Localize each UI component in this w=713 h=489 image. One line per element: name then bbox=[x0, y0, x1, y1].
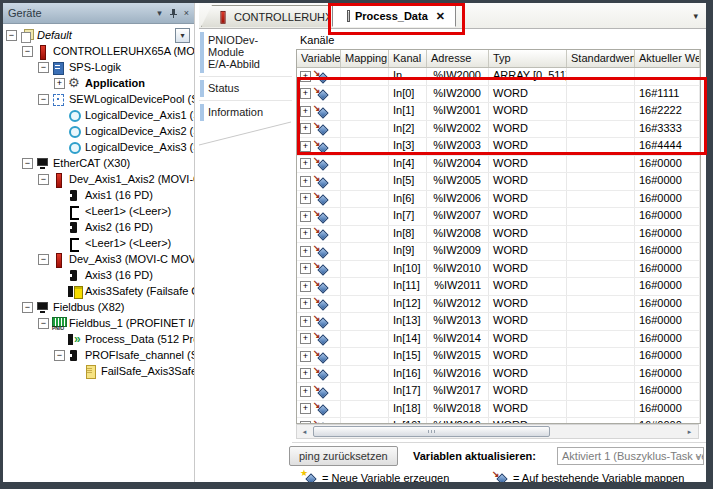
table-row[interactable]: + ↘ In[9] %IW2009 WORD 16#0000 bbox=[297, 243, 700, 261]
column-header[interactable]: Standardwert bbox=[567, 50, 635, 67]
tree-expander[interactable]: − bbox=[38, 62, 49, 73]
table-row[interactable]: + ↘ In[12] %IW2012 WORD 16#0000 bbox=[297, 296, 700, 314]
scrollbar-thumb[interactable] bbox=[313, 426, 550, 437]
tree-item[interactable]: Axis1 (16 PD) bbox=[3, 187, 194, 203]
tree-expander[interactable]: − bbox=[38, 94, 49, 105]
subtab-status[interactable]: Status bbox=[199, 76, 292, 100]
tree-expander[interactable]: − bbox=[22, 158, 33, 169]
row-expander[interactable]: + bbox=[300, 263, 311, 274]
column-header[interactable]: Mapping bbox=[341, 50, 389, 67]
tab-list-dropdown-icon[interactable]: ▾ bbox=[693, 11, 698, 21]
table-row[interactable]: + ↘ In[7] %IW2007 WORD 16#0000 bbox=[297, 208, 700, 226]
column-header[interactable]: Variable bbox=[297, 50, 341, 67]
table-row[interactable]: + ↘ In %IW2000 ARRAY [0..511] O bbox=[297, 68, 700, 86]
table-row[interactable]: + ↘ In[5] %IW2005 WORD 16#0000 bbox=[297, 173, 700, 191]
tree-item[interactable]: − CONTROLLERUHX65A (MOVI-C CONT bbox=[3, 43, 194, 59]
table-row[interactable]: + ↘ In[3] %IW2003 WORD 16#4444 bbox=[297, 138, 700, 156]
variable-cell: + ↘ bbox=[297, 383, 341, 400]
tab-process-data[interactable]: Process_Data ✕ bbox=[332, 5, 456, 27]
tree-expander[interactable]: − bbox=[22, 302, 33, 313]
table-row[interactable]: + ↘ In[14] %IW2014 WORD 16#0000 bbox=[297, 331, 700, 349]
tree-item[interactable]: Axis2 (16 PD) bbox=[3, 219, 194, 235]
tree-item[interactable]: Axis3Safety (Failsafe C bbox=[3, 283, 194, 299]
table-row[interactable]: + ↘ In[8] %IW2008 WORD 16#0000 bbox=[297, 226, 700, 244]
column-header[interactable]: Adresse bbox=[427, 50, 489, 67]
tree-expander[interactable]: − bbox=[54, 350, 65, 361]
column-header[interactable]: Typ bbox=[489, 50, 567, 67]
table-row[interactable]: + ↘ In[2] %IW2002 WORD 16#3333 bbox=[297, 121, 700, 139]
row-expander[interactable]: + bbox=[300, 123, 311, 134]
tree-item[interactable]: − SPS-Logik bbox=[3, 59, 194, 75]
scroll-left-icon[interactable]: ◄ bbox=[297, 429, 312, 435]
tree-item[interactable]: − EtherCAT (X30) bbox=[3, 155, 194, 171]
horizontal-scrollbar[interactable]: ◄ ► bbox=[296, 424, 699, 439]
tree-item[interactable]: − Dev_Axis1_Axis2 (MOVI-C M bbox=[3, 171, 194, 187]
pin-icon[interactable] bbox=[169, 9, 177, 18]
tree-item[interactable]: − Default ▾ bbox=[3, 27, 194, 43]
row-expander[interactable]: + bbox=[300, 141, 311, 152]
close-icon[interactable]: × bbox=[184, 8, 189, 18]
row-expander[interactable]: + bbox=[300, 386, 311, 397]
row-expander[interactable]: + bbox=[300, 88, 311, 99]
row-expander[interactable]: + bbox=[300, 333, 311, 344]
row-expander[interactable]: + bbox=[300, 403, 311, 414]
row-expander[interactable]: + bbox=[300, 158, 311, 169]
row-expander[interactable]: + bbox=[300, 228, 311, 239]
table-row[interactable]: + ↘ In[0] %IW2000 WORD 16#1111 bbox=[297, 86, 700, 104]
tree-item[interactable]: + Application bbox=[3, 75, 194, 91]
tree-item[interactable]: − Fieldbus (X82) bbox=[3, 299, 194, 315]
column-header[interactable]: Kanal bbox=[389, 50, 427, 67]
scroll-right-icon[interactable]: ► bbox=[682, 429, 697, 435]
tree-item[interactable]: FailSafe_Axis3Safety bbox=[3, 363, 194, 379]
table-row[interactable]: + ↘ In[6] %IW2006 WORD 16#0000 bbox=[297, 191, 700, 209]
tree-expander[interactable]: − bbox=[22, 46, 33, 57]
row-expander[interactable]: + bbox=[300, 298, 311, 309]
row-expander[interactable]: + bbox=[300, 211, 311, 222]
table-row[interactable]: + ↘ In[16] %IW2016 WORD 16#0000 bbox=[297, 366, 700, 384]
table-row[interactable]: + ↘ In[18] %IW2018 WORD 16#0000 bbox=[297, 401, 700, 419]
tree-item[interactable]: <Leer1> (<Leer>) bbox=[3, 235, 194, 251]
row-expander[interactable]: + bbox=[300, 316, 311, 327]
tree-item[interactable]: LogicalDevice_Axis2 (SEWLo bbox=[3, 123, 194, 139]
column-header[interactable]: Aktueller Wert bbox=[635, 50, 700, 67]
tree-item[interactable]: − PROFIsafe_channel (SEW bbox=[3, 347, 194, 363]
table-row[interactable]: + ↘ In[17] %IW2017 WORD 16#0000 bbox=[297, 383, 700, 401]
tab-controlleruhx65a[interactable]: CONTROLLERUHX65A bbox=[201, 5, 329, 27]
table-row[interactable]: + ↘ In[11] %IW2011 WORD 16#0000 bbox=[297, 278, 700, 296]
table-row[interactable]: + ↘ In[15] %IW2015 WORD 16#0000 bbox=[297, 348, 700, 366]
table-row[interactable]: + ↘ In[1] %IW2001 WORD 16#2222 bbox=[297, 103, 700, 121]
profile-dropdown[interactable]: ▾ bbox=[175, 28, 190, 43]
tree-item[interactable]: − Fieldbus_1 (PROFINET I/O-G bbox=[3, 315, 194, 331]
tree-item[interactable]: LogicalDevice_Axis1 (SEWLo bbox=[3, 107, 194, 123]
row-expander[interactable]: + bbox=[300, 246, 311, 257]
tree-item[interactable]: Process_Data (512 Pro bbox=[3, 331, 194, 347]
tree-expander[interactable]: + bbox=[54, 78, 65, 89]
row-expander[interactable]: + bbox=[300, 351, 311, 362]
module-icon bbox=[68, 189, 82, 202]
table-row[interactable]: + ↘ In[4] %IW2004 WORD 16#0000 bbox=[297, 156, 700, 174]
tree-expander[interactable]: − bbox=[38, 254, 49, 265]
tree-item[interactable]: Axis3 (16 PD) bbox=[3, 267, 194, 283]
tree-expander[interactable]: − bbox=[38, 174, 49, 185]
bracket-icon bbox=[68, 237, 82, 250]
tree-item-label: SPS-Logik bbox=[69, 61, 121, 73]
tree-item[interactable]: <Leer1> (<Leer>) bbox=[3, 203, 194, 219]
table-row[interactable]: + ↘ In[13] %IW2013 WORD 16#0000 bbox=[297, 313, 700, 331]
tree-expander[interactable]: − bbox=[38, 318, 49, 329]
tree-item[interactable]: LogicalDevice_Axis3 (SEWLo bbox=[3, 139, 194, 155]
row-expander[interactable]: + bbox=[300, 281, 311, 292]
row-expander[interactable]: + bbox=[300, 176, 311, 187]
chevron-down-icon[interactable]: ▾ bbox=[157, 8, 162, 18]
table-row[interactable]: + ↘ In[10] %IW2010 WORD 16#0000 bbox=[297, 261, 700, 279]
row-expander[interactable]: + bbox=[300, 106, 311, 117]
subtab-pniodev-module[interactable]: PNIODev-Module E/A-Abbild bbox=[199, 29, 292, 76]
row-expander[interactable]: + bbox=[300, 368, 311, 379]
row-expander[interactable]: + bbox=[300, 193, 311, 204]
row-expander[interactable]: + bbox=[300, 71, 311, 82]
reset-mapping-button[interactable]: ping zurücksetzen bbox=[289, 446, 398, 466]
tab-close-icon[interactable]: ✕ bbox=[436, 10, 445, 23]
tree-expander[interactable]: − bbox=[6, 30, 17, 41]
tree-item[interactable]: − Dev_Axis3 (MOVI-C MOVIDR bbox=[3, 251, 194, 267]
tree-item[interactable]: − SEWLogicalDevicePool (SEWLogic bbox=[3, 91, 194, 107]
update-variables-dropdown[interactable]: Aktiviert 1 (Buszyklus-Task verwenden, w… bbox=[557, 447, 704, 465]
